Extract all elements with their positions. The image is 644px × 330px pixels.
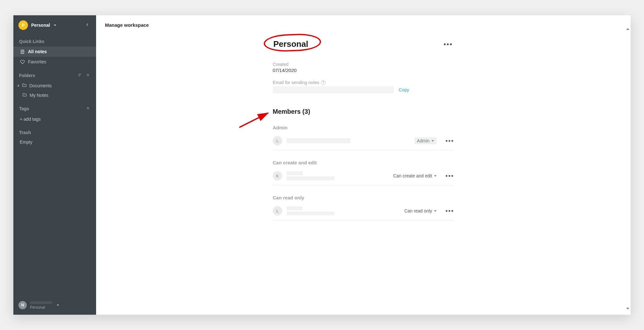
member-name-redacted: [287, 171, 334, 180]
role-label: Can create and edit: [393, 173, 432, 178]
group-editor-label: Can create and edit: [273, 160, 454, 165]
user-block: Personal: [30, 301, 52, 310]
user-avatar: N: [18, 301, 27, 309]
title-row: Personal •••: [273, 37, 454, 51]
member-more-button[interactable]: •••: [445, 172, 454, 180]
add-tag-icon[interactable]: [86, 106, 90, 111]
annotation-arrow: [238, 110, 273, 129]
folders-heading-label: Folders: [19, 73, 35, 78]
main-content: Manage workspace Personal ••• Created 07…: [96, 15, 631, 315]
help-icon[interactable]: ?: [321, 80, 326, 85]
sidebar-item-favorites[interactable]: Favorites: [13, 57, 96, 67]
user-name-redacted: [30, 301, 52, 304]
chevron-down-icon: [434, 210, 437, 212]
role-selector[interactable]: Can create and edit: [393, 173, 437, 178]
note-icon: [20, 49, 25, 54]
workspace-avatar: P: [18, 20, 28, 30]
workspace-switcher[interactable]: P Personal: [13, 15, 96, 33]
email-value-redacted: [273, 86, 394, 93]
members-heading-text: Members (3): [273, 108, 310, 115]
collapse-sidebar-button[interactable]: [84, 21, 91, 30]
folder-my-notes[interactable]: My Notes: [13, 90, 96, 100]
email-block: Email for sending notes ? Copy: [273, 80, 454, 93]
page-header: Manage workspace: [96, 15, 631, 31]
workspace-settings: Personal ••• Created 07/14/2020 Email fo…: [273, 31, 454, 233]
workspace-name: Personal: [31, 23, 50, 28]
member-avatar: L: [273, 136, 282, 146]
member-more-button[interactable]: •••: [445, 137, 454, 145]
role-label: Can read only: [404, 208, 432, 213]
role-selector[interactable]: Can read only: [404, 208, 437, 213]
chevron-down-icon: [434, 175, 437, 177]
email-label-text: Email for sending notes: [273, 80, 319, 85]
scrollbar-down-icon[interactable]: [626, 308, 630, 312]
add-folder-icon[interactable]: [86, 73, 90, 78]
copy-email-button[interactable]: Copy: [399, 87, 409, 92]
member-avatar: L: [273, 206, 282, 216]
sort-icon[interactable]: [78, 73, 82, 78]
trash-empty[interactable]: Empty: [13, 138, 96, 147]
folder-documents[interactable]: Documents: [13, 81, 96, 90]
group-admin-label: Admin: [273, 125, 454, 130]
workspace-more-button[interactable]: •••: [444, 40, 454, 48]
chevron-down-icon: [431, 140, 434, 142]
member-name-redacted: [287, 206, 334, 215]
folder-label: Documents: [29, 83, 52, 88]
group-reader-label: Can read only: [273, 195, 454, 200]
sidebar: P Personal Quick Links All notes Favorit…: [13, 15, 96, 315]
created-label: Created: [273, 62, 454, 67]
members-heading: Members (3): [273, 108, 454, 115]
chevron-down-icon: [54, 25, 56, 26]
chevron-right-icon: [18, 84, 19, 87]
svg-line-11: [239, 113, 268, 127]
folder-label: My Notes: [30, 93, 48, 98]
chevron-down-icon: [57, 305, 59, 306]
member-row-editor: K Can create and edit •••: [273, 165, 454, 185]
workspace-title[interactable]: Personal: [273, 37, 309, 51]
email-label: Email for sending notes ?: [273, 80, 454, 85]
scrollbar-up-icon[interactable]: [626, 28, 630, 32]
member-row-admin: L Admin •••: [273, 130, 454, 150]
app-frame: P Personal Quick Links All notes Favorit…: [13, 15, 631, 315]
role-selector[interactable]: Admin: [414, 137, 437, 144]
add-tags-button[interactable]: + add tags: [13, 114, 96, 124]
member-more-button[interactable]: •••: [445, 207, 454, 215]
member-row-reader: L Can read only •••: [273, 200, 454, 220]
created-value: 07/14/2020: [273, 68, 454, 73]
member-name-redacted: [287, 138, 350, 143]
member-avatar: K: [273, 171, 282, 181]
heart-icon: [20, 60, 25, 64]
folder-icon: [22, 83, 27, 89]
user-switcher[interactable]: N Personal: [13, 297, 96, 315]
tags-heading-label: Tags: [19, 106, 29, 111]
created-block: Created 07/14/2020: [273, 62, 454, 73]
trash-heading: Trash: [13, 124, 96, 138]
role-label: Admin: [417, 138, 430, 143]
quick-links-heading: Quick Links: [13, 33, 96, 47]
tags-heading: Tags: [13, 100, 96, 114]
sidebar-item-all-notes[interactable]: All notes: [13, 47, 96, 57]
sidebar-item-label: All notes: [28, 49, 47, 54]
user-workspace-label: Personal: [30, 305, 52, 310]
folder-icon: [22, 92, 27, 98]
folders-heading: Folders: [13, 67, 96, 81]
sidebar-item-label: Favorites: [28, 59, 46, 64]
